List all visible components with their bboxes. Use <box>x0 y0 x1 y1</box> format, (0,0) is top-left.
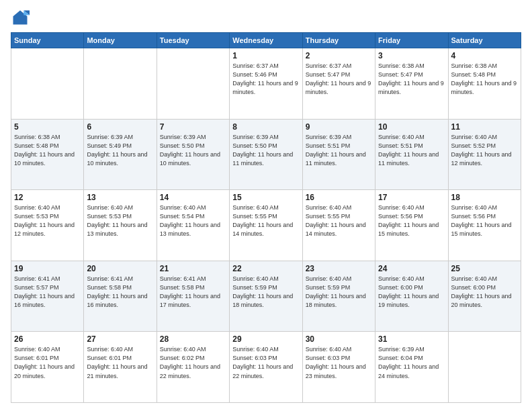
day-info: Sunrise: 6:40 AM Sunset: 6:03 PM Dayligh… <box>232 345 299 380</box>
day-info: Sunrise: 6:40 AM Sunset: 5:53 PM Dayligh… <box>14 203 81 238</box>
day-number: 16 <box>306 193 372 202</box>
day-info: Sunrise: 6:38 AM Sunset: 5:47 PM Dayligh… <box>378 62 445 97</box>
calendar-header-row: SundayMondayTuesdayWednesdayThursdayFrid… <box>11 33 521 48</box>
day-info: Sunrise: 6:40 AM Sunset: 5:53 PM Dayligh… <box>87 203 153 238</box>
calendar-cell: 18Sunrise: 6:40 AM Sunset: 5:56 PM Dayli… <box>448 190 521 261</box>
day-number: 18 <box>451 193 518 202</box>
day-number: 31 <box>378 334 445 344</box>
day-info: Sunrise: 6:40 AM Sunset: 5:51 PM Dayligh… <box>378 133 445 168</box>
calendar-cell: 20Sunrise: 6:41 AM Sunset: 5:58 PM Dayli… <box>84 261 157 332</box>
day-number: 25 <box>451 264 518 273</box>
calendar-week-row: 19Sunrise: 6:41 AM Sunset: 5:57 PM Dayli… <box>11 261 521 332</box>
calendar-cell: 9Sunrise: 6:39 AM Sunset: 5:51 PM Daylig… <box>302 119 375 190</box>
day-info: Sunrise: 6:40 AM Sunset: 6:00 PM Dayligh… <box>378 275 445 310</box>
day-info: Sunrise: 6:41 AM Sunset: 5:57 PM Dayligh… <box>14 275 81 310</box>
day-info: Sunrise: 6:40 AM Sunset: 5:55 PM Dayligh… <box>306 203 372 238</box>
calendar-week-row: 26Sunrise: 6:40 AM Sunset: 6:01 PM Dayli… <box>11 332 521 403</box>
day-number: 6 <box>87 122 153 132</box>
day-info: Sunrise: 6:37 AM Sunset: 5:46 PM Dayligh… <box>232 62 299 97</box>
day-number: 21 <box>160 264 226 273</box>
calendar-cell: 26Sunrise: 6:40 AM Sunset: 6:01 PM Dayli… <box>11 332 84 403</box>
page: SundayMondayTuesdayWednesdayThursdayFrid… <box>0 0 532 411</box>
day-number: 12 <box>14 193 81 202</box>
day-number: 4 <box>451 51 518 60</box>
calendar-cell: 16Sunrise: 6:40 AM Sunset: 5:55 PM Dayli… <box>302 190 375 261</box>
calendar-cell: 28Sunrise: 6:40 AM Sunset: 6:02 PM Dayli… <box>157 332 229 403</box>
day-info: Sunrise: 6:40 AM Sunset: 5:56 PM Dayligh… <box>378 203 445 238</box>
day-info: Sunrise: 6:38 AM Sunset: 5:48 PM Dayligh… <box>14 133 81 168</box>
day-info: Sunrise: 6:39 AM Sunset: 5:49 PM Dayligh… <box>87 133 153 168</box>
calendar-cell: 21Sunrise: 6:41 AM Sunset: 5:58 PM Dayli… <box>157 261 229 332</box>
day-info: Sunrise: 6:40 AM Sunset: 5:59 PM Dayligh… <box>306 275 372 310</box>
col-header-wednesday: Wednesday <box>230 33 302 48</box>
day-info: Sunrise: 6:40 AM Sunset: 6:02 PM Dayligh… <box>160 345 226 380</box>
day-info: Sunrise: 6:40 AM Sunset: 6:01 PM Dayligh… <box>87 345 153 380</box>
day-number: 30 <box>306 334 372 344</box>
day-info: Sunrise: 6:40 AM Sunset: 5:56 PM Dayligh… <box>451 203 518 238</box>
calendar-cell: 31Sunrise: 6:39 AM Sunset: 6:04 PM Dayli… <box>375 332 448 403</box>
calendar-cell <box>157 48 229 120</box>
calendar-cell: 2Sunrise: 6:37 AM Sunset: 5:47 PM Daylig… <box>302 48 375 120</box>
day-info: Sunrise: 6:40 AM Sunset: 5:55 PM Dayligh… <box>232 203 299 238</box>
calendar-cell: 24Sunrise: 6:40 AM Sunset: 6:00 PM Dayli… <box>375 261 448 332</box>
day-info: Sunrise: 6:40 AM Sunset: 6:03 PM Dayligh… <box>306 345 372 380</box>
calendar-cell: 10Sunrise: 6:40 AM Sunset: 5:51 PM Dayli… <box>375 119 448 190</box>
day-number: 22 <box>232 264 299 273</box>
calendar-cell: 4Sunrise: 6:38 AM Sunset: 5:48 PM Daylig… <box>448 48 521 120</box>
day-info: Sunrise: 6:40 AM Sunset: 5:54 PM Dayligh… <box>160 203 226 238</box>
day-number: 28 <box>160 334 226 344</box>
day-info: Sunrise: 6:39 AM Sunset: 5:50 PM Dayligh… <box>232 133 299 168</box>
day-number: 1 <box>232 51 299 60</box>
day-number: 5 <box>14 122 81 132</box>
col-header-tuesday: Tuesday <box>157 33 229 48</box>
calendar-cell: 11Sunrise: 6:40 AM Sunset: 5:52 PM Dayli… <box>448 119 521 190</box>
calendar-cell <box>84 48 157 120</box>
day-info: Sunrise: 6:37 AM Sunset: 5:47 PM Dayligh… <box>306 62 372 97</box>
calendar-cell: 5Sunrise: 6:38 AM Sunset: 5:48 PM Daylig… <box>11 119 84 190</box>
day-info: Sunrise: 6:40 AM Sunset: 5:52 PM Dayligh… <box>451 133 518 168</box>
day-number: 17 <box>378 193 445 202</box>
day-number: 15 <box>232 193 299 202</box>
calendar-cell: 22Sunrise: 6:40 AM Sunset: 5:59 PM Dayli… <box>230 261 302 332</box>
day-number: 7 <box>160 122 226 132</box>
calendar-cell: 25Sunrise: 6:40 AM Sunset: 6:00 PM Dayli… <box>448 261 521 332</box>
calendar-cell: 6Sunrise: 6:39 AM Sunset: 5:49 PM Daylig… <box>84 119 157 190</box>
calendar-cell: 13Sunrise: 6:40 AM Sunset: 5:53 PM Dayli… <box>84 190 157 261</box>
calendar-cell: 1Sunrise: 6:37 AM Sunset: 5:46 PM Daylig… <box>230 48 302 120</box>
col-header-saturday: Saturday <box>448 33 521 48</box>
day-info: Sunrise: 6:38 AM Sunset: 5:48 PM Dayligh… <box>451 62 518 97</box>
day-info: Sunrise: 6:40 AM Sunset: 6:01 PM Dayligh… <box>14 345 81 380</box>
calendar-cell: 19Sunrise: 6:41 AM Sunset: 5:57 PM Dayli… <box>11 261 84 332</box>
col-header-thursday: Thursday <box>302 33 375 48</box>
day-info: Sunrise: 6:40 AM Sunset: 6:00 PM Dayligh… <box>451 275 518 310</box>
day-number: 26 <box>14 334 81 344</box>
calendar-cell: 15Sunrise: 6:40 AM Sunset: 5:55 PM Dayli… <box>230 190 302 261</box>
calendar-cell: 12Sunrise: 6:40 AM Sunset: 5:53 PM Dayli… <box>11 190 84 261</box>
calendar-cell: 3Sunrise: 6:38 AM Sunset: 5:47 PM Daylig… <box>375 48 448 120</box>
calendar-cell: 30Sunrise: 6:40 AM Sunset: 6:03 PM Dayli… <box>302 332 375 403</box>
day-number: 11 <box>451 122 518 132</box>
day-number: 3 <box>378 51 445 60</box>
day-number: 27 <box>87 334 153 344</box>
col-header-monday: Monday <box>84 33 157 48</box>
day-number: 29 <box>232 334 299 344</box>
calendar-cell <box>11 48 84 120</box>
day-number: 9 <box>306 122 372 132</box>
day-number: 8 <box>232 122 299 132</box>
day-info: Sunrise: 6:40 AM Sunset: 5:59 PM Dayligh… <box>232 275 299 310</box>
day-number: 19 <box>14 264 81 273</box>
header <box>11 8 521 27</box>
logo <box>11 8 32 27</box>
calendar-cell: 27Sunrise: 6:40 AM Sunset: 6:01 PM Dayli… <box>84 332 157 403</box>
calendar-week-row: 1Sunrise: 6:37 AM Sunset: 5:46 PM Daylig… <box>11 48 521 120</box>
day-info: Sunrise: 6:39 AM Sunset: 6:04 PM Dayligh… <box>378 345 445 380</box>
col-header-sunday: Sunday <box>11 33 84 48</box>
calendar-cell: 29Sunrise: 6:40 AM Sunset: 6:03 PM Dayli… <box>230 332 302 403</box>
day-info: Sunrise: 6:39 AM Sunset: 5:50 PM Dayligh… <box>160 133 226 168</box>
col-header-friday: Friday <box>375 33 448 48</box>
day-info: Sunrise: 6:41 AM Sunset: 5:58 PM Dayligh… <box>160 275 226 310</box>
calendar-week-row: 5Sunrise: 6:38 AM Sunset: 5:48 PM Daylig… <box>11 119 521 190</box>
day-number: 24 <box>378 264 445 273</box>
calendar-week-row: 12Sunrise: 6:40 AM Sunset: 5:53 PM Dayli… <box>11 190 521 261</box>
day-info: Sunrise: 6:41 AM Sunset: 5:58 PM Dayligh… <box>87 275 153 310</box>
